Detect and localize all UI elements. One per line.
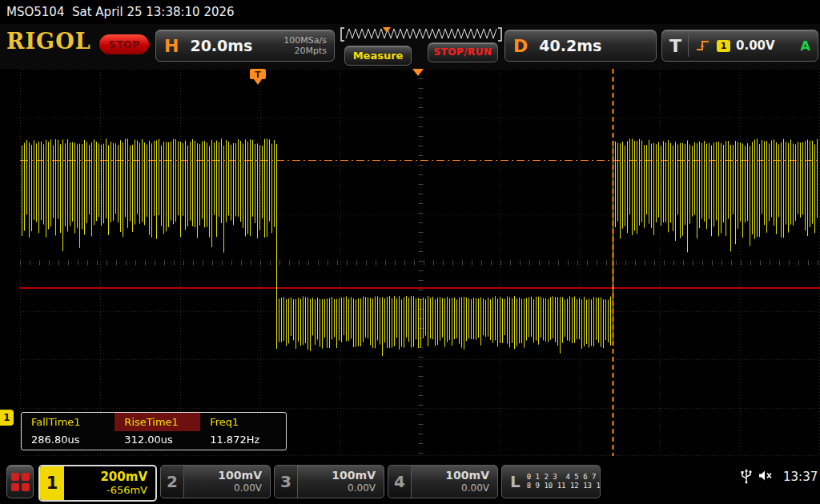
channel-3-offset: 0.00V bbox=[298, 482, 376, 494]
measurement-panel[interactable]: FallTime1 286.80us RiseTime1 312.00us Fr… bbox=[21, 412, 287, 450]
measurement-tab-1[interactable]: 1 bbox=[0, 410, 14, 426]
d-label: D bbox=[513, 36, 528, 56]
measurement-name: Freq1 bbox=[200, 413, 286, 431]
waveform-display[interactable]: T bbox=[20, 69, 820, 456]
digital-label: L bbox=[502, 466, 527, 498]
header-bar: RIGOL STOP H 20.0ms 100MSa/s 20Mpts Meas… bbox=[0, 24, 820, 69]
channel-1-number: 1 bbox=[40, 466, 64, 500]
channel-3-button[interactable]: 3 100mV 0.00V bbox=[274, 465, 384, 498]
measurement-value: 286.80us bbox=[22, 431, 115, 450]
channel-1-button[interactable]: 1 200mV -656mV bbox=[38, 465, 157, 502]
channel-2-offset: 0.00V bbox=[184, 482, 262, 494]
h-label: H bbox=[164, 36, 179, 56]
measurement-falltime[interactable]: FallTime1 286.80us bbox=[22, 413, 115, 450]
model-and-datetime: MSO5104 Sat April 25 13:38:10 2026 bbox=[6, 5, 235, 19]
channel-2-number: 2 bbox=[161, 466, 184, 498]
speaker-mute-icon bbox=[758, 469, 774, 483]
overview-waveform bbox=[346, 29, 496, 38]
titlebar: MSO5104 Sat April 25 13:38:10 2026 bbox=[0, 0, 820, 24]
stop-run-button[interactable]: STOP/RUN bbox=[428, 42, 498, 62]
sample-rate: 100MSa/s bbox=[283, 35, 327, 46]
measurement-risetime[interactable]: RiseTime1 312.00us bbox=[115, 413, 200, 450]
usb-icon bbox=[740, 468, 753, 484]
overview-right-bracket bbox=[498, 28, 501, 41]
waveform-canvas[interactable] bbox=[20, 69, 820, 456]
channel-4-number: 4 bbox=[388, 466, 412, 498]
t-label: T bbox=[669, 36, 681, 56]
horizontal-settings-button[interactable]: H 20.0ms 100MSa/s 20Mpts bbox=[155, 30, 335, 62]
run-state-badge[interactable]: STOP bbox=[99, 34, 149, 54]
measurement-freq[interactable]: Freq1 11.872Hz bbox=[200, 413, 286, 450]
delay-value: 40.2ms bbox=[539, 37, 601, 54]
divider bbox=[688, 34, 689, 57]
measurement-name: FallTime1 bbox=[22, 413, 115, 431]
digital-channels-button[interactable]: L 0 1 2 3 4 5 6 7 8 9 10 11 12 13 14 15 bbox=[501, 465, 601, 498]
clock-time: 13:37 bbox=[783, 470, 818, 484]
bottom-bar: 1 200mV -656mV 2 100mV 0.00V 3 100mV 0.0… bbox=[0, 459, 820, 504]
channel-4-button[interactable]: 4 100mV 0.00V bbox=[388, 465, 498, 498]
timebase-value: 20.0ms bbox=[190, 37, 252, 54]
trigger-slope-icon bbox=[695, 38, 711, 53]
trigger-settings-button[interactable]: T 1 0.00V A bbox=[661, 30, 818, 62]
channel-2-scale: 100mV bbox=[184, 469, 262, 482]
channel-3-scale: 100mV bbox=[298, 469, 376, 482]
measurement-name: RiseTime1 bbox=[115, 413, 200, 431]
channel-3-number: 3 bbox=[275, 466, 298, 498]
overview-position-marker[interactable] bbox=[383, 27, 391, 33]
main-menu-button[interactable] bbox=[6, 465, 34, 498]
memory-depth: 20Mpts bbox=[283, 46, 327, 56]
delay-settings-button[interactable]: D 40.2ms bbox=[504, 30, 657, 62]
waveform-overview-strip[interactable] bbox=[340, 26, 503, 42]
acquisition-info: 100MSa/s 20Mpts bbox=[283, 35, 327, 56]
channel-4-offset: 0.00V bbox=[412, 482, 489, 494]
measurement-value: 312.00us bbox=[115, 431, 200, 450]
trigger-level-value: 0.00V bbox=[736, 38, 775, 53]
channel-4-scale: 100mV bbox=[412, 469, 489, 482]
digital-channel-numbers: 0 1 2 3 4 5 6 7 8 9 10 11 12 13 14 15 bbox=[527, 466, 601, 498]
channel-1-scale: 200mV bbox=[64, 470, 147, 484]
measurement-value: 11.872Hz bbox=[200, 431, 286, 450]
channel-2-button[interactable]: 2 100mV 0.00V bbox=[160, 465, 271, 498]
overview-left-bracket bbox=[341, 28, 344, 41]
trigger-source-badge[interactable]: 1 bbox=[717, 40, 730, 52]
channel-1-offset: -656mV bbox=[64, 484, 147, 497]
rigol-logo: RIGOL bbox=[6, 29, 91, 54]
measure-button[interactable]: Measure bbox=[344, 46, 412, 66]
menu-grid-icon bbox=[11, 473, 30, 491]
trigger-sweep-mode: A bbox=[801, 38, 810, 54]
